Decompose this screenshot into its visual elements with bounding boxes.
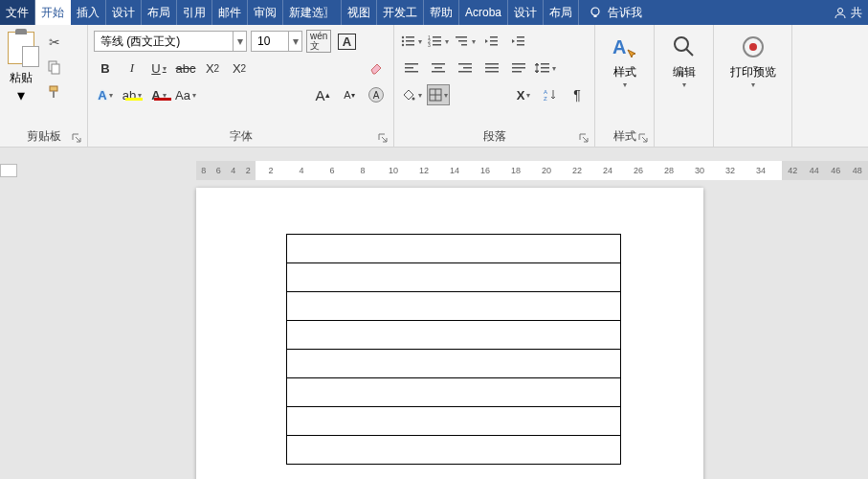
align-left-button[interactable] [400,57,423,79]
superscript-button[interactable]: X2 [228,57,251,79]
table-row[interactable] [287,350,621,378]
tab-home[interactable]: 开始 [35,0,71,25]
tab-help[interactable]: 帮助 [424,0,459,25]
italic-button[interactable]: I [121,57,144,79]
tab-developer[interactable]: 开发工 [377,0,424,25]
enclose-characters-button[interactable]: A [365,84,388,105]
font-color-button[interactable]: A▾ [147,84,170,105]
styles-button[interactable]: A 样式 ▾ [597,28,652,126]
svg-rect-5 [50,86,57,91]
font-size-combo[interactable]: 10 ▾ [251,31,302,52]
show-marks-button[interactable]: ¶ [566,84,589,105]
align-justify-button[interactable] [480,57,503,79]
border-a-icon: A [338,34,356,50]
table-row[interactable] [287,436,621,465]
numbering-button[interactable]: 123▾ [427,31,450,52]
table-row[interactable] [287,292,621,321]
tab-selector[interactable] [0,164,17,177]
copy-button[interactable] [44,57,65,78]
document-table[interactable] [286,234,621,465]
document-page[interactable] [196,188,703,479]
lightbulb-icon [589,6,602,19]
tab-table-design[interactable]: 设计 [508,0,544,25]
underline-button[interactable]: U▾ [147,57,170,79]
highlight-button[interactable]: ab▾ [121,84,144,105]
tab-file[interactable]: 文件 [0,0,35,25]
clipboard-group-label: 剪贴板 [27,129,61,143]
align-right-button[interactable] [454,57,477,79]
shrink-font-button[interactable]: A▾ [338,84,361,105]
svg-rect-16 [433,40,441,42]
svg-rect-30 [405,71,418,73]
copy-icon [47,59,62,75]
text-effects-button[interactable]: A▾ [94,84,117,105]
tab-references[interactable]: 引用 [177,0,212,25]
font-dialog-launcher[interactable] [376,131,389,145]
table-row[interactable] [287,407,621,436]
phonetic-guide-button[interactable]: wén文 [306,31,331,52]
align-center-button[interactable] [427,57,450,79]
grow-font-button[interactable]: A▴ [311,84,334,105]
table-row[interactable] [287,235,621,263]
tab-review[interactable]: 审阅 [248,0,283,25]
tab-acrobat[interactable]: Acroba [459,0,508,25]
table-row[interactable] [287,378,621,407]
font-family-combo[interactable]: 等线 (西文正文) ▾ [94,31,247,52]
svg-point-11 [402,44,404,46]
phonetic-icon: wén文 [306,30,331,53]
svg-rect-12 [406,44,414,46]
bullets-button[interactable]: ▾ [400,31,423,52]
svg-rect-31 [432,63,445,65]
line-spacing-button[interactable]: ▾ [534,57,557,79]
document-area: 8642 24681012141618202224262830323436384… [0,148,868,479]
bold-button[interactable]: B [94,57,117,79]
asian-layout-button[interactable]: X▾ [512,84,535,105]
group-editing: 编辑 ▾ [655,25,714,147]
sort-button[interactable]: AZ [539,84,562,105]
svg-rect-6 [53,91,55,98]
svg-text:Z: Z [544,96,547,102]
chevron-down-icon: ▾ [17,86,25,104]
strikethrough-button[interactable]: abc [174,57,197,79]
tab-insert[interactable]: 插入 [71,0,106,25]
tab-table-layout[interactable]: 布局 [544,0,579,25]
user-icon [834,6,847,19]
svg-rect-21 [461,44,467,46]
change-case-button[interactable]: Aa▾ [174,84,197,105]
tab-newtab[interactable]: 新建选〗 [283,0,342,25]
styles-dialog-launcher[interactable] [636,131,650,145]
shading-button[interactable]: ▾ [400,84,423,105]
tell-me-search[interactable]: 告诉我 [579,0,648,25]
align-distributed-button[interactable] [507,57,530,79]
group-paragraph: ▾ 123▾ ▾ ▾ ▾ ▾ X [394,25,595,147]
table-row[interactable] [287,263,621,292]
print-preview-button[interactable]: 打印预览 ▾ [716,28,790,129]
account-button[interactable]: 共 [828,0,868,25]
character-border-button[interactable]: A [335,31,358,52]
borders-button[interactable]: ▾ [427,84,450,105]
line-spacing-icon [535,61,550,75]
table-row[interactable] [287,321,621,350]
tab-layout[interactable]: 布局 [142,0,177,25]
edit-button[interactable]: 编辑 ▾ [657,28,711,129]
tab-mailings[interactable]: 邮件 [212,0,248,25]
svg-point-56 [749,43,757,51]
multilevel-list-button[interactable]: ▾ [454,31,477,52]
paste-button[interactable]: 粘贴 ▾ [2,28,40,126]
group-clipboard: 粘贴 ▾ ✂ 剪贴板 [0,25,88,147]
clipboard-dialog-launcher[interactable] [70,131,83,145]
paragraph-dialog-launcher[interactable] [577,131,590,145]
subscript-button[interactable]: X2 [201,57,224,79]
multilevel-icon [455,34,470,48]
horizontal-ruler[interactable]: 8642 24681012141618202224262830323436384… [196,161,868,180]
svg-text:A: A [612,36,626,57]
decrease-indent-button[interactable] [480,31,503,52]
tab-view[interactable]: 视图 [342,0,377,25]
format-painter-button[interactable] [44,81,65,103]
print-preview-label: 打印预览 [730,64,776,80]
tab-design[interactable]: 设计 [106,0,142,25]
increase-indent-button[interactable] [507,31,530,52]
cut-button[interactable]: ✂ [44,32,65,53]
paint-bucket-icon [401,88,416,102]
clear-formatting-button[interactable] [365,57,388,79]
